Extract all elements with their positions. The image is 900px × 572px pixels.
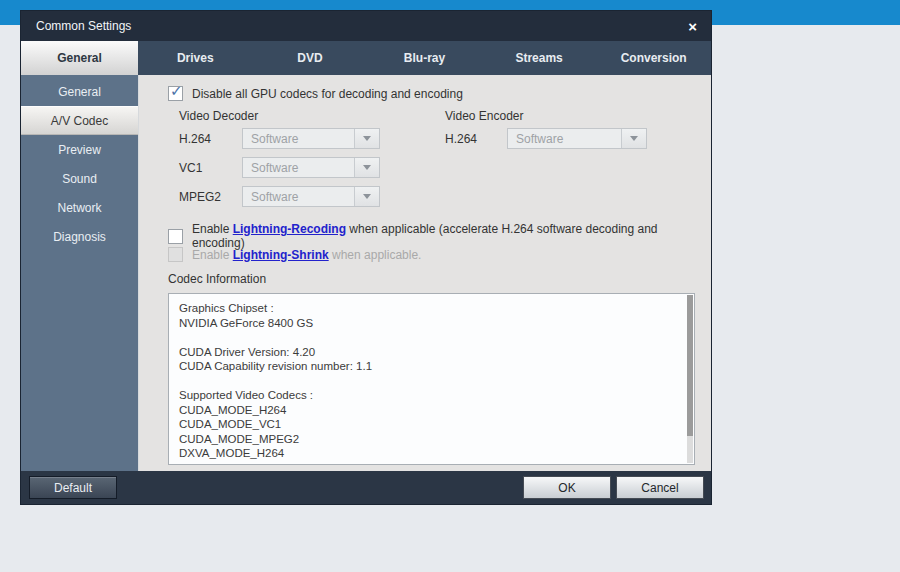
ok-button[interactable]: OK [523, 476, 611, 499]
decoder-codec-label: MPEG2 [179, 190, 221, 204]
decoder-mpeg2-value: Software [243, 190, 354, 204]
chevron-down-icon [363, 165, 371, 170]
encoder-h264-value: Software [508, 132, 621, 146]
scrollbar-thumb[interactable] [687, 295, 693, 436]
sidebar-item-network[interactable]: Network [21, 193, 138, 222]
codec-information-box[interactable]: Graphics Chipset : NVIDIA GeForce 8400 G… [168, 293, 695, 465]
dialog-titlebar: Common Settings × [21, 11, 711, 41]
tab-general[interactable]: General [21, 41, 138, 75]
gpu-codecs-checkbox-label: Disable all GPU codecs for decoding and … [192, 87, 463, 101]
decoder-vc1-dropdown[interactable]: Software [242, 157, 380, 178]
lightning-recoding-label: Enable Lightning-Recoding when applicabl… [192, 222, 711, 250]
codec-information-label: Codec Information [168, 272, 266, 286]
tab-blu-ray[interactable]: Blu-ray [367, 41, 482, 75]
shrink-label-prefix: Enable [192, 248, 233, 262]
lightning-recoding-link[interactable]: Lightning-Recoding [233, 222, 346, 236]
dropdown-arrow-button[interactable] [354, 158, 379, 177]
sidebar-item-a-v-codec[interactable]: A/V Codec [21, 106, 138, 135]
encoder-row: H.264 Software [139, 128, 711, 149]
decoder-row-mpeg2: MPEG2Software [139, 186, 711, 207]
lightning-shrink-checkbox [168, 247, 183, 262]
cancel-button[interactable]: Cancel [616, 476, 704, 499]
dropdown-arrow-button[interactable] [621, 129, 646, 148]
dropdown-arrow-button[interactable] [354, 187, 379, 206]
codec-information-text: Graphics Chipset : NVIDIA GeForce 8400 G… [169, 294, 694, 461]
encoder-codec-label: H.264 [445, 132, 477, 146]
video-encoder-title: Video Encoder [445, 109, 524, 123]
sidebar: GeneralA/V CodecPreviewSoundNetworkDiagn… [21, 75, 138, 471]
tab-drives[interactable]: Drives [138, 41, 253, 75]
tab-conversion[interactable]: Conversion [596, 41, 711, 75]
common-settings-dialog: Common Settings × General DrivesDVDBlu-r… [20, 10, 712, 505]
video-decoder-title: Video Decoder [179, 109, 258, 123]
lightning-shrink-row: Enable Lightning-Shrink when applicable. [168, 247, 421, 262]
encoder-h264-dropdown[interactable]: Software [507, 128, 647, 149]
tab-strip: DrivesDVDBlu-rayStreamsConversion [138, 41, 711, 75]
dialog-body: GeneralA/V CodecPreviewSoundNetworkDiagn… [21, 75, 711, 471]
recoding-label-prefix: Enable [192, 222, 233, 236]
dialog-footer: Default OK Cancel [21, 471, 711, 504]
tab-dvd[interactable]: DVD [253, 41, 368, 75]
sidebar-item-diagnosis[interactable]: Diagnosis [21, 222, 138, 251]
top-tab-bar: General DrivesDVDBlu-rayStreamsConversio… [21, 41, 711, 75]
tab-streams[interactable]: Streams [482, 41, 597, 75]
shrink-label-suffix: when applicable. [329, 248, 422, 262]
decoder-codec-label: VC1 [179, 161, 202, 175]
chevron-down-icon [363, 194, 371, 199]
gpu-codecs-checkbox-row: ✓ Disable all GPU codecs for decoding an… [168, 86, 463, 101]
decoder-vc1-value: Software [243, 161, 354, 175]
dialog-title: Common Settings [36, 19, 131, 33]
decoder-row-vc1: VC1Software [139, 157, 711, 178]
chevron-down-icon [630, 136, 638, 141]
gpu-codecs-checkbox[interactable]: ✓ [168, 86, 183, 101]
checkmark-icon: ✓ [170, 82, 183, 100]
sidebar-item-sound[interactable]: Sound [21, 164, 138, 193]
scrollbar[interactable] [687, 295, 693, 463]
default-button[interactable]: Default [29, 476, 117, 499]
sidebar-item-general[interactable]: General [21, 77, 138, 106]
lightning-shrink-label: Enable Lightning-Shrink when applicable. [192, 248, 421, 262]
content-panel: ✓ Disable all GPU codecs for decoding an… [138, 75, 711, 471]
lightning-shrink-link[interactable]: Lightning-Shrink [233, 248, 329, 262]
lightning-recoding-checkbox[interactable] [168, 229, 183, 244]
close-icon[interactable]: × [688, 19, 697, 34]
lightning-recoding-row: Enable Lightning-Recoding when applicabl… [168, 222, 711, 250]
decoder-mpeg2-dropdown[interactable]: Software [242, 186, 380, 207]
sidebar-item-preview[interactable]: Preview [21, 135, 138, 164]
